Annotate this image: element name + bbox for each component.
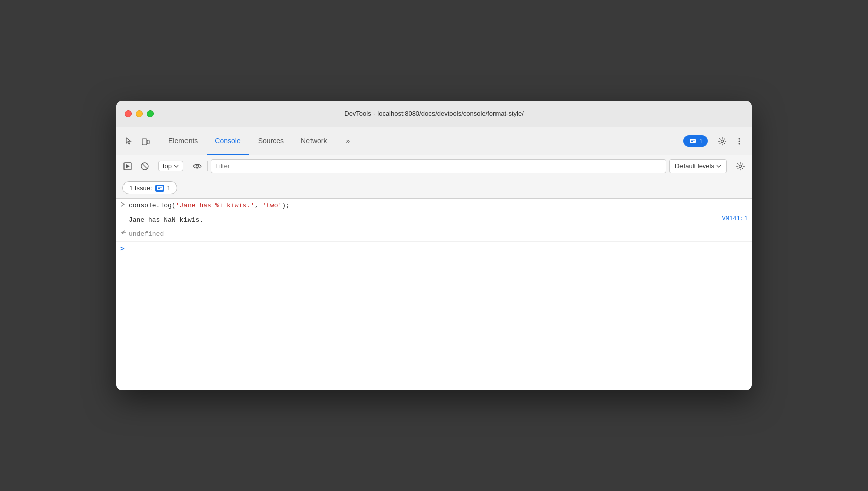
tab-console[interactable]: Console <box>207 127 249 155</box>
code-arg2: 'two' <box>262 202 282 209</box>
console-log-text: console.log('Jane has %i kiwis.', 'two')… <box>129 201 748 211</box>
source-link[interactable]: VM141:1 <box>714 215 748 222</box>
code-comma: , <box>255 202 263 209</box>
default-levels-label: Default levels <box>675 162 714 170</box>
expand-arrow[interactable] <box>120 201 129 207</box>
svg-point-6 <box>739 138 740 139</box>
svg-rect-2 <box>690 139 696 143</box>
eye-button[interactable] <box>190 159 204 173</box>
return-arrow <box>120 229 129 234</box>
run-script-button[interactable] <box>120 159 135 173</box>
device-icon-button[interactable] <box>138 133 154 149</box>
svg-rect-1 <box>147 140 149 144</box>
tab-bar: Elements Console Sources Network » 1 <box>116 127 752 155</box>
device-icon <box>141 137 150 146</box>
undefined-text: undefined <box>129 229 748 239</box>
issues-bar: 1 Issue: 1 <box>116 177 752 199</box>
issues-count: 1 <box>699 137 703 145</box>
code-suffix: ); <box>282 202 290 209</box>
tab-sources[interactable]: Sources <box>250 127 292 155</box>
chevron-down-icon-2 <box>716 165 721 168</box>
issue-label: 1 Issue: <box>129 184 152 192</box>
traffic-lights <box>125 110 154 117</box>
context-label: top <box>163 162 172 170</box>
chevron-down-icon <box>174 165 179 168</box>
console-toolbar: top Default levels <box>116 155 752 177</box>
prompt-chevron: > <box>120 245 125 253</box>
tab-elements[interactable]: Elements <box>160 127 206 155</box>
table-row: console.log('Jane has %i kiwis.', 'two')… <box>116 199 752 213</box>
right-arrow-icon <box>120 202 125 207</box>
play-icon <box>123 162 132 171</box>
code-prefix: console.log( <box>129 202 176 209</box>
table-row: Jane has NaN kiwis. VM141:1 <box>116 213 752 228</box>
issues-badge[interactable]: 1 <box>683 135 708 147</box>
console-settings-button[interactable] <box>733 159 748 173</box>
settings-button[interactable] <box>714 133 730 149</box>
issue-badge-icon <box>155 185 164 192</box>
toolbar-divider-2 <box>711 135 711 147</box>
console-toolbar-divider-3 <box>207 161 208 171</box>
svg-point-5 <box>721 140 724 142</box>
issue-icon <box>688 138 697 145</box>
eye-icon <box>193 163 202 170</box>
more-menu-icon <box>738 137 740 145</box>
svg-rect-3 <box>691 140 695 141</box>
svg-point-14 <box>739 165 742 167</box>
svg-line-12 <box>142 163 148 169</box>
left-arrow-icon <box>120 230 126 234</box>
toolbar-divider-1 <box>157 135 157 147</box>
minimize-button[interactable] <box>136 110 143 117</box>
svg-point-13 <box>196 165 199 167</box>
maximize-button[interactable] <box>147 110 154 117</box>
gear-icon <box>718 137 727 146</box>
menu-button[interactable] <box>731 133 748 149</box>
titlebar: DevTools - localhost:8080/docs/devtools/… <box>116 101 752 127</box>
prompt-row[interactable]: > <box>116 242 752 256</box>
output-text: Jane has NaN kiwis. <box>129 216 203 224</box>
window-title: DevTools - localhost:8080/docs/devtools/… <box>344 110 524 117</box>
cursor-icon <box>124 137 133 146</box>
block-icon <box>140 162 149 171</box>
issue-count: 1 <box>167 184 171 192</box>
issue-badge-button[interactable]: 1 Issue: 1 <box>122 181 177 194</box>
filter-input[interactable] <box>211 159 666 173</box>
chat-icon <box>690 139 696 143</box>
svg-rect-16 <box>158 187 162 188</box>
inspect-icon-button[interactable] <box>120 133 137 149</box>
clear-console-button[interactable] <box>138 159 152 173</box>
chat-bubble-icon <box>157 186 163 190</box>
default-levels-button[interactable]: Default levels <box>669 159 727 173</box>
gear-icon-2 <box>736 162 745 171</box>
code-arg1: 'Jane has %i kiwis.' <box>176 202 255 209</box>
svg-point-8 <box>739 143 740 144</box>
svg-point-7 <box>739 140 740 142</box>
tab-network[interactable]: Network <box>293 127 335 155</box>
console-toolbar-divider-4 <box>730 161 730 171</box>
svg-rect-0 <box>142 139 147 145</box>
close-button[interactable] <box>125 110 132 117</box>
console-output-text: Jane has NaN kiwis. <box>129 215 714 225</box>
console-output: console.log('Jane has %i kiwis.', 'two')… <box>116 199 752 390</box>
svg-rect-4 <box>691 141 693 142</box>
svg-rect-17 <box>158 188 160 189</box>
context-selector[interactable]: top <box>158 161 183 171</box>
svg-rect-15 <box>157 186 163 190</box>
console-toolbar-divider-1 <box>155 161 155 171</box>
svg-marker-10 <box>126 164 130 168</box>
devtools-window: DevTools - localhost:8080/docs/devtools/… <box>116 101 752 390</box>
more-tabs-button[interactable]: » <box>338 127 358 155</box>
table-row: undefined <box>116 227 752 242</box>
console-toolbar-divider-2 <box>187 161 187 171</box>
